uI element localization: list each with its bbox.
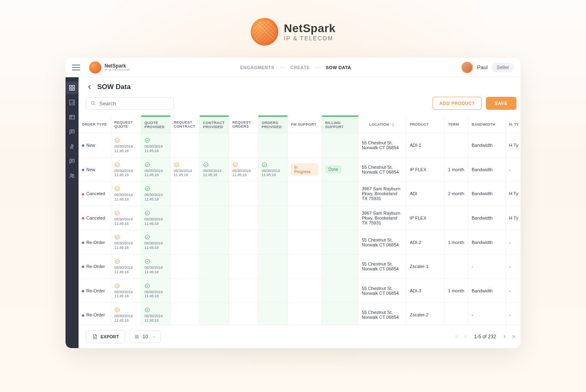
sidebar-item-analytics[interactable] [66,96,79,109]
column-header[interactable]: LOCATION [359,115,407,133]
column-header[interactable]: PM SUPPORT [288,115,322,133]
bandwidth-cell: Bandwidth [468,133,506,158]
page-size-select[interactable]: 10 [130,331,160,343]
svg-point-16 [262,162,267,167]
ht-cell: - [506,158,520,182]
pager-last[interactable] [511,334,516,340]
sidebar-item-billing[interactable] [66,140,79,153]
timestamp-cell: 05/30/201911:45:18 [111,158,141,182]
pager-first[interactable] [454,334,459,340]
chevron-left-icon[interactable] [86,83,93,91]
order-type-cell: Re-Order [79,230,111,255]
top-brand-sub: IP & TELECOM [105,68,130,72]
column-header[interactable]: BILLING SUPPORT [322,115,359,133]
timestamp-cell: 05/30/201911:45:18 [229,158,258,182]
term-cell: 1 month [445,279,468,303]
term-cell [445,303,468,325]
status-dot [82,314,84,317]
timestamp-cell [200,279,229,303]
ht-cell: - [506,255,520,279]
avatar[interactable] [461,62,473,73]
timestamp-cell [171,182,200,206]
sidebar-item-chat[interactable] [66,155,79,168]
export-button[interactable]: EXPORT [86,330,125,343]
breadcrumb-item[interactable]: CREATE [291,65,310,70]
pager-prev[interactable] [463,334,468,340]
column-header[interactable]: TERM [445,115,468,133]
check-circle-icon [144,283,150,289]
column-header[interactable]: REQUEST CONTRACT [171,115,200,133]
sidebar-item-tables[interactable] [66,111,79,124]
timestamp-cell [171,255,200,279]
timestamp-cell [200,182,229,206]
grid-icon [134,334,139,339]
search-box[interactable] [86,97,174,110]
check-circle-icon [114,210,120,216]
pm-support-cell [288,182,322,206]
location-cell: 55 Chestnut St, Norwalk CT 06854 [359,303,407,325]
location-cell: 3967 Sam Rayburn Pkwy, Brookeland TX 759… [359,182,407,206]
timestamp-cell: 05/30/201911:45:18 [171,158,200,182]
column-header[interactable]: ORDER TYPE [79,115,111,133]
column-header[interactable]: H. Ty [506,115,520,133]
column-header[interactable]: CONTRACT PROVIDED [200,115,229,133]
location-cell: 3967 Sam Rayburn Pkwy, Brookeland TX 759… [359,206,407,231]
billing-support-cell: Done [322,158,359,182]
timestamp-cell [200,133,229,158]
sidebar-item-dashboard[interactable] [66,81,79,94]
svg-point-23 [115,259,120,264]
ht-cell: - [506,230,520,255]
timestamp-cell: 05/30/201911:45:18 [141,255,171,279]
breadcrumb-item[interactable]: ENGAGMENTS [240,65,274,70]
menu-icon[interactable] [72,65,80,70]
svg-rect-0 [70,85,72,87]
outer-brand: NetSpark IP & TELECOM [0,0,586,58]
svg-point-9 [115,138,120,143]
pager-next[interactable] [502,334,507,340]
svg-point-20 [145,211,150,216]
timestamp-cell: 05/30/201911:45:18 [258,158,288,182]
timestamp-cell [258,206,288,231]
search-icon [90,100,96,106]
bandwidth-cell: - [468,303,506,325]
sidebar-item-messages[interactable] [66,125,79,138]
column-header[interactable]: PRODUCT [407,115,445,133]
svg-rect-5 [70,115,74,119]
status-dot [82,144,84,147]
timestamp-cell [171,206,200,231]
billing-support-cell [322,182,359,206]
save-button[interactable]: SAVE [486,97,516,110]
top-logo[interactable]: NetSpark IP & TELECOM [89,61,130,74]
role-pill[interactable]: Seller [492,63,514,72]
timestamp-cell [229,133,258,158]
svg-point-13 [175,162,179,167]
brand-name: NetSpark [284,22,336,35]
column-header[interactable]: REQUEST QUOTE [111,115,141,133]
column-header[interactable]: ORDERS PROVIDED [258,115,288,133]
sidebar-item-users[interactable] [66,169,79,182]
timestamp-cell: 05/30/201911:45:18 [141,158,171,182]
svg-point-27 [115,308,120,312]
add-product-button[interactable]: ADD PRODUCT [433,97,482,110]
check-circle-icon [144,137,150,143]
timestamp-cell: 05/30/201911:45:18 [111,230,141,255]
column-header[interactable]: BANDWIDTH [468,115,506,133]
timestamp-cell: 05/30/201911:45:18 [111,206,141,231]
column-header[interactable]: REQUEST ORDERS [229,115,258,133]
product-cell: ADI-2 [407,230,445,255]
svg-point-21 [115,235,120,240]
svg-rect-29 [135,335,138,338]
column-header[interactable]: QUOTE PROVIDED [141,115,171,133]
timestamp-cell [200,303,229,325]
svg-rect-2 [70,88,72,90]
app-shell: NetSpark IP & TELECOM ENGAGMENTS — CREAT… [66,58,520,348]
timestamp-cell: 05/30/201911:45:18 [111,182,141,206]
check-circle-icon [114,186,120,192]
timestamp-cell: 05/30/201911:45:18 [141,279,171,303]
billing-support-cell [322,255,359,279]
pm-support-cell [288,255,322,279]
timestamp-cell: 05/30/201911:45:18 [111,255,141,279]
timestamp-cell [171,303,200,325]
search-input[interactable] [99,100,169,107]
timestamp-cell [200,230,229,255]
